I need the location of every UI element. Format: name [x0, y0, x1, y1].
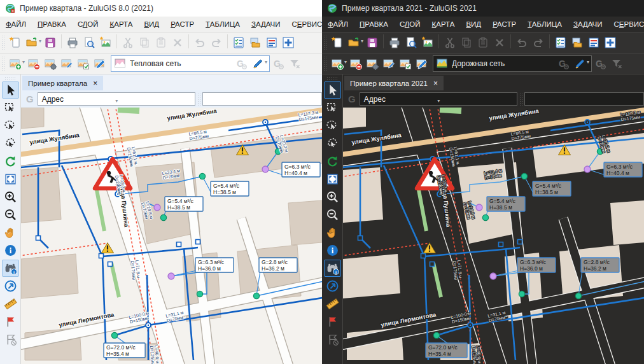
save-button[interactable]	[42, 34, 59, 51]
menu-item-слой[interactable]: СЛОЙ	[394, 18, 426, 31]
menu-item-правка[interactable]: ПРАВКА	[32, 18, 72, 31]
preview-button[interactable]	[403, 34, 419, 51]
toolbar-grip[interactable]	[323, 35, 326, 50]
layer-add-button[interactable]	[7, 55, 24, 72]
tool-select[interactable]	[324, 81, 341, 99]
tab-close-icon[interactable]: ×	[93, 79, 97, 88]
layer-remove-button[interactable]	[25, 55, 42, 72]
layer-draw-button[interactable]	[92, 55, 108, 72]
undo-button[interactable]	[192, 34, 208, 51]
active-layer-combobox[interactable]: Дорожная сеть G▾	[433, 55, 592, 72]
menu-item-карта[interactable]: КАРТА	[104, 18, 139, 31]
preview-button[interactable]	[81, 34, 97, 51]
menu-item-слой[interactable]: СЛОЙ	[72, 18, 104, 31]
save-button[interactable]	[364, 34, 381, 51]
tool-pan[interactable]	[2, 224, 19, 241]
tool-select-ellipse[interactable]	[324, 117, 341, 134]
tool-zoom-out[interactable]	[324, 206, 341, 223]
menu-item-таблица[interactable]: ТАБЛИЦА	[522, 18, 568, 31]
paste-button[interactable]	[475, 34, 491, 51]
menu-item-файл[interactable]: ФАЙЛ	[0, 18, 32, 31]
chevron-down-icon[interactable]: ▾	[39, 38, 41, 51]
undo-button[interactable]	[514, 34, 530, 51]
layer-edit-button[interactable]	[59, 55, 75, 72]
funnel-button[interactable]	[608, 55, 625, 72]
chevron-down-icon[interactable]: ▾	[361, 38, 363, 51]
layer-props-button[interactable]	[42, 55, 59, 72]
chevron-down-icon[interactable]: ▾	[22, 59, 25, 72]
tool-navigate[interactable]	[2, 277, 19, 295]
title-bar[interactable]: Пример квартала 2021 - ZuluGIS 2021	[322, 0, 644, 17]
tool-select-rect[interactable]	[324, 99, 341, 116]
tool-select-polygon[interactable]	[2, 135, 19, 152]
tool-zoom-in[interactable]	[2, 188, 19, 206]
menu-item-файл[interactable]: ФАЙЛ	[322, 18, 354, 31]
pen-button[interactable]	[571, 55, 588, 72]
doc-new-button[interactable]	[7, 34, 24, 51]
tool-info[interactable]: i	[2, 242, 19, 259]
checklist-button[interactable]	[552, 34, 569, 51]
tool-find-info[interactable]: i	[2, 260, 19, 277]
g-dim-button[interactable]: G	[270, 55, 286, 72]
tool-find-info[interactable]: i	[324, 260, 341, 277]
copy-button[interactable]	[136, 34, 153, 51]
open-button[interactable]	[24, 34, 40, 51]
tool-measure[interactable]	[2, 295, 19, 312]
address-search-input[interactable]	[524, 92, 644, 106]
tool-info[interactable]: i	[324, 242, 341, 259]
delete-button[interactable]	[491, 34, 508, 51]
chevron-down-icon[interactable]: ▾	[344, 59, 347, 72]
palette-grip[interactable]	[326, 76, 338, 80]
open-button[interactable]	[346, 34, 362, 51]
tool-select-ellipse[interactable]	[2, 117, 19, 134]
paste-button[interactable]	[153, 34, 169, 51]
tab-close-icon[interactable]: ×	[433, 79, 438, 88]
menu-item-сервис[interactable]: СЕРВИС	[286, 18, 322, 31]
address-search-input[interactable]	[202, 92, 322, 106]
folder-map-button[interactable]	[569, 34, 585, 51]
map-viewport[interactable]: улица Жулябинаулица Жулябинаулица Пушкин…	[21, 108, 322, 364]
g-dim-button[interactable]: G	[233, 55, 249, 72]
checklist-button[interactable]	[230, 34, 247, 51]
layer-check-button[interactable]	[397, 55, 414, 72]
tool-flag-off[interactable]	[324, 331, 341, 348]
image-new-button[interactable]	[97, 34, 114, 51]
menu-item-задачи[interactable]: ЗАДАЧИ	[568, 18, 608, 31]
copy-button[interactable]	[458, 34, 475, 51]
menu-item-вид[interactable]: ВИД	[138, 18, 165, 31]
legend-button[interactable]	[585, 34, 602, 51]
delete-button[interactable]	[169, 34, 186, 51]
tool-zoom-extent[interactable]	[324, 171, 341, 188]
plus-blue-button[interactable]	[280, 34, 297, 51]
redo-button[interactable]	[530, 34, 547, 51]
tool-measure[interactable]	[324, 295, 341, 312]
toolbar-grip[interactable]	[323, 56, 326, 71]
active-layer-combobox[interactable]: Тепловая сеть G▾	[111, 55, 270, 72]
folder-map-button[interactable]	[247, 34, 263, 51]
funnel-button[interactable]	[286, 55, 303, 72]
map-tab[interactable]: Пример квартала ×	[22, 76, 103, 90]
layer-add-button[interactable]	[329, 55, 346, 72]
doc-new-button[interactable]	[329, 34, 346, 51]
print-button[interactable]	[386, 34, 403, 51]
toolbar-grip[interactable]	[1, 56, 4, 71]
print-button[interactable]	[64, 34, 81, 51]
menu-item-растр[interactable]: РАСТР	[487, 18, 522, 31]
tool-select-rect[interactable]	[2, 99, 19, 116]
palette-grip[interactable]	[4, 76, 16, 80]
menu-item-правка[interactable]: ПРАВКА	[354, 18, 394, 31]
menu-item-задачи[interactable]: ЗАДАЧИ	[246, 18, 286, 31]
tool-navigate[interactable]	[324, 277, 341, 295]
title-bar[interactable]: я Пример квартала - ZuluGIS 8.0 (2021)	[0, 0, 322, 17]
tool-flag-off[interactable]	[2, 331, 19, 348]
cut-button[interactable]	[120, 34, 136, 51]
chevron-down-icon[interactable]: ▾	[587, 59, 589, 72]
search-type-combobox[interactable]: Адрес ▾	[360, 92, 517, 106]
cut-button[interactable]	[442, 34, 458, 51]
toolbar-grip[interactable]	[1, 35, 4, 50]
legend-button[interactable]	[263, 34, 280, 51]
tool-zoom-in[interactable]	[324, 188, 341, 206]
tool-zoom-out[interactable]	[2, 206, 19, 223]
plus-blue-button[interactable]	[602, 34, 619, 51]
tool-flag[interactable]	[2, 313, 19, 330]
